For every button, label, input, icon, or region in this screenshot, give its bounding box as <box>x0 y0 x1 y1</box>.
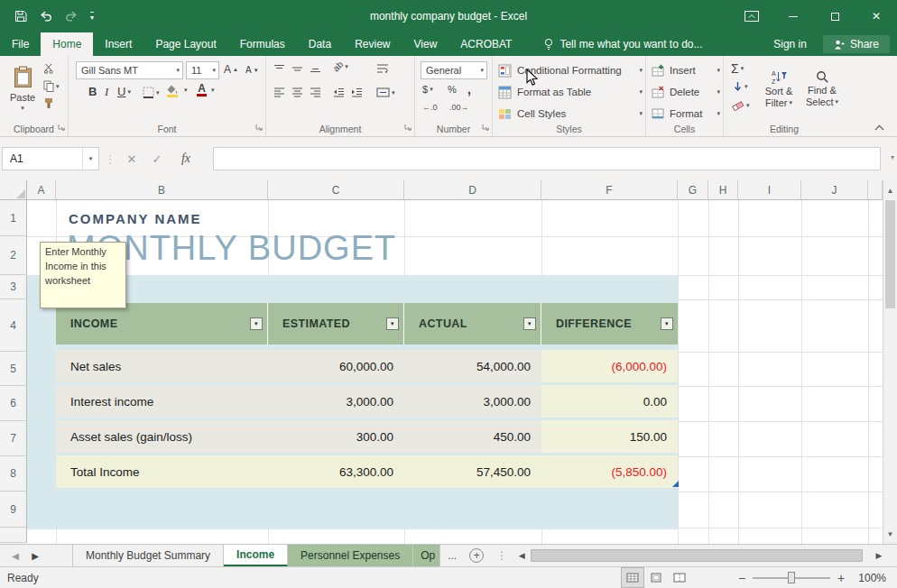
sheet-tab-personnel-expenses[interactable]: Personnel Expenses <box>288 545 413 566</box>
horizontal-scrollbar[interactable]: ◀ ▶ <box>514 545 886 566</box>
align-left-button[interactable] <box>273 87 285 98</box>
insert-function-button[interactable]: fx <box>175 147 197 170</box>
comma-style-button[interactable]: , <box>467 82 471 96</box>
clear-button[interactable]: ▾ <box>732 100 750 111</box>
cell-row-label[interactable]: Total Income <box>56 455 268 488</box>
cell-row-label[interactable]: Asset sales (gain/loss) <box>56 420 268 453</box>
italic-button[interactable]: I <box>105 85 108 99</box>
percent-style-button[interactable]: % <box>448 84 457 95</box>
column-header-h[interactable]: H <box>708 180 738 200</box>
cell-estimated[interactable]: 60,000.00 <box>268 350 404 382</box>
font-size-combo[interactable]: 11 ▾ <box>186 61 219 79</box>
cell-actual[interactable]: 54,000.00 <box>404 350 541 382</box>
expand-formula-bar-icon[interactable]: ▾ <box>891 153 894 161</box>
next-sheet-icon[interactable]: ▶ <box>25 545 45 566</box>
row-header-7[interactable]: 7 <box>0 421 27 456</box>
zoom-in-button[interactable]: + <box>832 571 850 585</box>
close-icon[interactable]: ✕ <box>855 0 897 32</box>
clipboard-dialog-launcher-icon[interactable] <box>57 123 66 133</box>
orientation-button[interactable]: ab ▾ <box>333 61 348 71</box>
decrease-indent-button[interactable] <box>333 87 345 98</box>
table-header-estimated[interactable]: ESTIMATED ▾ <box>268 303 404 345</box>
cell-row-label[interactable]: Interest income <box>56 385 268 418</box>
cell-estimated[interactable]: 3,000.00 <box>268 385 404 418</box>
comment-note[interactable]: Enter Monthly Income in this worksheet <box>40 242 126 308</box>
customize-quick-access-icon[interactable]: ▾ <box>90 12 94 22</box>
scroll-right-icon[interactable]: ▶ <box>872 545 886 566</box>
table-resize-handle[interactable] <box>672 481 679 487</box>
tab-home[interactable]: Home <box>41 32 93 56</box>
zoom-level[interactable]: 100% <box>850 572 897 584</box>
decrease-decimal-button[interactable]: .00→ <box>449 103 469 112</box>
font-dialog-launcher-icon[interactable] <box>254 123 264 133</box>
cut-button[interactable] <box>43 63 54 74</box>
tab-acrobat[interactable]: ACROBAT <box>448 32 523 56</box>
scroll-down-icon[interactable]: ▼ <box>883 526 897 542</box>
insert-cells-button[interactable]: Insert ▾ <box>652 60 720 80</box>
zoom-slider-thumb[interactable] <box>788 572 795 583</box>
wrap-text-button[interactable] <box>376 63 389 74</box>
increase-indent-button[interactable] <box>351 87 363 98</box>
increase-font-size-button[interactable]: A▲ <box>224 63 238 76</box>
row-header-8[interactable]: 8 <box>0 456 27 492</box>
column-header-f[interactable]: F <box>541 180 678 200</box>
tab-formulas[interactable]: Formulas <box>228 32 297 56</box>
tab-review[interactable]: Review <box>343 32 402 56</box>
vertical-scrollbar[interactable]: ▲ ▼ <box>883 180 897 544</box>
tab-insert[interactable]: Insert <box>93 32 143 56</box>
filter-button[interactable]: ▾ <box>386 317 399 330</box>
cell-row-label[interactable]: Net sales <box>56 350 268 382</box>
collapse-ribbon-button[interactable] <box>874 124 884 131</box>
column-header-c[interactable]: C <box>268 180 404 200</box>
sort-filter-button[interactable]: AZ Sort & Filter▾ <box>758 60 800 117</box>
increase-decimal-button[interactable]: ←.0 <box>422 103 438 112</box>
page-layout-view-button[interactable] <box>644 567 668 588</box>
normal-view-button[interactable] <box>621 567 644 588</box>
new-sheet-button[interactable]: + <box>469 548 484 563</box>
column-header-a[interactable]: A <box>27 180 56 200</box>
format-cells-button[interactable]: Format ▾ <box>652 104 720 124</box>
paste-button[interactable]: Paste ▾ <box>5 60 40 117</box>
cell-difference[interactable]: (6,000.00) <box>541 350 678 382</box>
sheet-canvas[interactable]: COMPANY NAME MONTHLY BUDGET Enter Monthl… <box>27 200 883 544</box>
column-header-b[interactable]: B <box>56 180 268 200</box>
company-name-cell[interactable]: COMPANY NAME <box>69 211 202 226</box>
middle-align-button[interactable] <box>291 63 303 74</box>
filter-button[interactable]: ▾ <box>523 317 536 330</box>
number-format-combo[interactable]: General ▾ <box>421 61 487 79</box>
align-center-button[interactable] <box>291 87 303 98</box>
fill-color-button[interactable] <box>166 85 178 97</box>
accounting-format-button[interactable]: $ ▾ <box>422 84 433 95</box>
redo-icon[interactable] <box>65 11 78 22</box>
previous-sheet-icon[interactable]: ◀ <box>5 545 25 566</box>
align-right-button[interactable] <box>310 87 321 98</box>
alignment-dialog-launcher-icon[interactable] <box>403 123 412 133</box>
bottom-align-button[interactable] <box>310 63 321 74</box>
scroll-left-icon[interactable]: ◀ <box>514 545 529 566</box>
cell-actual[interactable]: 57,450.00 <box>404 455 541 488</box>
column-header-d[interactable]: D <box>404 180 541 200</box>
cell-difference[interactable]: (5,850.00) <box>541 455 678 488</box>
horizontal-scroll-track[interactable] <box>529 545 872 566</box>
save-icon[interactable] <box>14 10 27 23</box>
tab-file[interactable]: File <box>0 32 41 56</box>
copy-button[interactable]: ▾ <box>43 80 60 92</box>
top-align-button[interactable] <box>273 63 285 74</box>
sign-in-link[interactable]: Sign in <box>761 38 819 51</box>
table-header-difference[interactable]: DIFFERENCE ▾ <box>541 303 678 345</box>
table-header-income[interactable]: INCOME ▾ <box>56 303 268 345</box>
zoom-slider[interactable] <box>753 567 830 588</box>
vertical-scroll-thumb[interactable] <box>885 200 895 308</box>
maximize-icon[interactable] <box>814 0 855 32</box>
row-header-4[interactable]: 4 <box>0 299 27 352</box>
autosum-button[interactable]: Σ ▾ <box>731 61 744 76</box>
cell-difference[interactable]: 0.00 <box>541 385 678 418</box>
merge-center-button[interactable]: ▾ <box>376 87 395 98</box>
row-header-3[interactable]: 3 <box>0 275 27 299</box>
format-painter-button[interactable] <box>43 97 54 109</box>
select-all-corner[interactable] <box>0 180 27 200</box>
font-name-combo[interactable]: Gill Sans MT ▾ <box>76 61 183 79</box>
font-color-dropdown-icon[interactable]: ▾ <box>211 87 215 94</box>
delete-cells-button[interactable]: Delete ▾ <box>652 82 720 102</box>
cell-estimated[interactable]: 63,300.00 <box>268 455 404 488</box>
